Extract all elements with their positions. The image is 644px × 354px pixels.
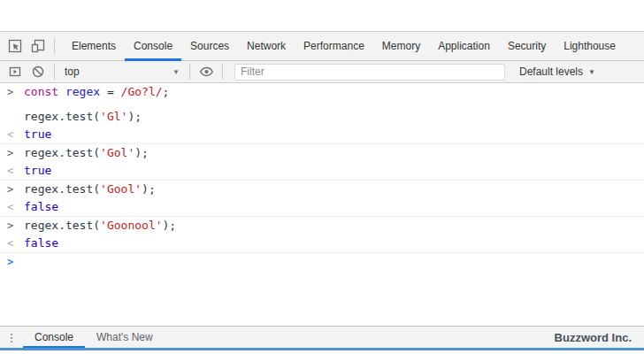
console-command-line: regex.test('Gol');	[24, 147, 637, 159]
chevron-down-icon: ▼	[588, 68, 595, 76]
console-result-line: true	[24, 128, 637, 141]
toolbar-divider	[189, 64, 190, 80]
console-entry: regex.test('Gool');>false<	[0, 181, 644, 217]
kebab-menu-icon[interactable]: ⋮	[0, 327, 23, 348]
token-boolean: false	[24, 200, 58, 213]
token-plain: =	[100, 85, 120, 98]
prompt-chevron-icon: >	[7, 183, 13, 196]
token-string: 'Gl'	[100, 110, 127, 123]
token-def: regex	[65, 85, 100, 98]
console-command-line: regex.test('Gool');	[24, 183, 637, 196]
token-boolean: true	[24, 164, 51, 177]
devtools-tabs: ElementsConsoleSourcesNetworkPerformance…	[63, 32, 625, 60]
watermark: Buzzword Inc.	[555, 331, 644, 344]
toolbar-divider	[222, 64, 223, 80]
console-result: false<	[0, 198, 644, 216]
console-sidebar-toggle-icon[interactable]	[4, 60, 27, 83]
console-result-line: true	[24, 165, 637, 177]
token-plain: regex.test(	[24, 182, 100, 196]
console-result-line: false	[24, 237, 637, 250]
token-plain: );	[127, 110, 142, 123]
token-boolean: true	[24, 127, 51, 141]
drawer-tab-what-s-new[interactable]: What's New	[85, 327, 165, 348]
drawer-bar: ⋮ ConsoleWhat's New Buzzword Inc.	[0, 326, 644, 348]
tab-security[interactable]: Security	[499, 32, 555, 60]
execution-context-selector[interactable]: top ▼	[59, 65, 185, 78]
token-plain: regex.test(	[24, 110, 100, 123]
bottom-accent-bar	[0, 348, 644, 350]
token-plain: regex.test(	[24, 219, 100, 232]
result-chevron-icon: <	[7, 201, 13, 213]
prompt-chevron-icon: >	[7, 86, 13, 98]
console-command: regex.test('Gool');>	[0, 181, 644, 198]
tabbar-icons	[0, 32, 63, 60]
execution-context-label: top	[65, 65, 80, 78]
console-command: const regex = /Go?l/; regex.test('Gl');>	[0, 83, 644, 126]
tab-elements[interactable]: Elements	[63, 32, 125, 60]
console-result: false<	[0, 235, 644, 252]
tab-sources[interactable]: Sources	[181, 32, 238, 60]
tab-lighthouse[interactable]: Lighthouse	[555, 32, 625, 60]
drawer-tab-console[interactable]: Console	[23, 327, 85, 348]
token-plain: ;	[163, 85, 170, 98]
toolbar-divider	[54, 64, 55, 80]
tab-memory[interactable]: Memory	[373, 32, 429, 60]
console-result-line: false	[24, 201, 637, 213]
filter-input[interactable]	[234, 64, 505, 81]
browser-page-area	[0, 0, 644, 32]
log-levels-label: Default levels	[519, 65, 583, 78]
console-command: regex.test('Goonool');>	[0, 217, 644, 235]
token-regex: /Go?l/	[121, 85, 163, 98]
token-keyword: const	[24, 85, 58, 98]
tabbar-divider	[54, 38, 55, 54]
token-plain: );	[142, 182, 156, 196]
log-levels-dropdown[interactable]: Default levels ▼	[519, 65, 595, 78]
drawer-tabs: ConsoleWhat's New	[23, 327, 165, 348]
token-plain: );	[163, 219, 177, 232]
token-plain: regex.test(	[24, 146, 100, 159]
prompt-chevron-icon: >	[7, 147, 13, 159]
tab-performance[interactable]: Performance	[295, 32, 373, 60]
console-entry: regex.test('Goonool');>false<	[0, 217, 644, 253]
console-command-line: regex.test('Goonool');	[24, 219, 637, 232]
console-input-line[interactable]	[24, 256, 637, 268]
active-prompt-chevron-icon: >	[7, 256, 13, 268]
tab-console[interactable]: Console	[125, 32, 181, 60]
console-command-line: regex.test('Gl');	[24, 111, 637, 123]
devtools-tabbar: ElementsConsoleSourcesNetworkPerformance…	[0, 32, 644, 61]
console-entry: const regex = /Go?l/; regex.test('Gl');>…	[0, 83, 644, 144]
tab-application[interactable]: Application	[429, 32, 499, 60]
token-string: 'Goonool'	[100, 219, 162, 232]
console-result: true<	[0, 126, 644, 143]
console-command: regex.test('Gol');>	[0, 144, 644, 162]
live-expression-eye-icon[interactable]	[195, 60, 218, 83]
token-plain: );	[134, 146, 149, 159]
token-string: 'Gol'	[100, 146, 134, 159]
console-toolbar: top ▼ Default levels ▼	[0, 61, 644, 83]
result-chevron-icon: <	[7, 237, 13, 250]
console-messages: const regex = /Go?l/; regex.test('Gl');>…	[0, 83, 644, 326]
inspect-element-icon[interactable]	[4, 35, 27, 58]
console-prompt[interactable]: >	[0, 253, 644, 271]
clear-console-icon[interactable]	[27, 60, 50, 83]
prompt-chevron-icon: >	[7, 219, 13, 232]
token-string: 'Gool'	[100, 182, 142, 196]
console-command-line: const regex = /Go?l/;	[24, 86, 637, 98]
console-command-line	[24, 98, 637, 111]
console-result: true<	[0, 162, 644, 180]
tab-network[interactable]: Network	[238, 32, 295, 60]
result-chevron-icon: <	[7, 128, 13, 141]
console-entry: regex.test('Gol');>true<	[0, 144, 644, 181]
result-chevron-icon: <	[7, 165, 13, 177]
token-plain	[58, 85, 65, 98]
chevron-down-icon: ▼	[172, 68, 180, 76]
device-toolbar-icon[interactable]	[27, 35, 50, 58]
token-boolean: false	[24, 236, 58, 250]
